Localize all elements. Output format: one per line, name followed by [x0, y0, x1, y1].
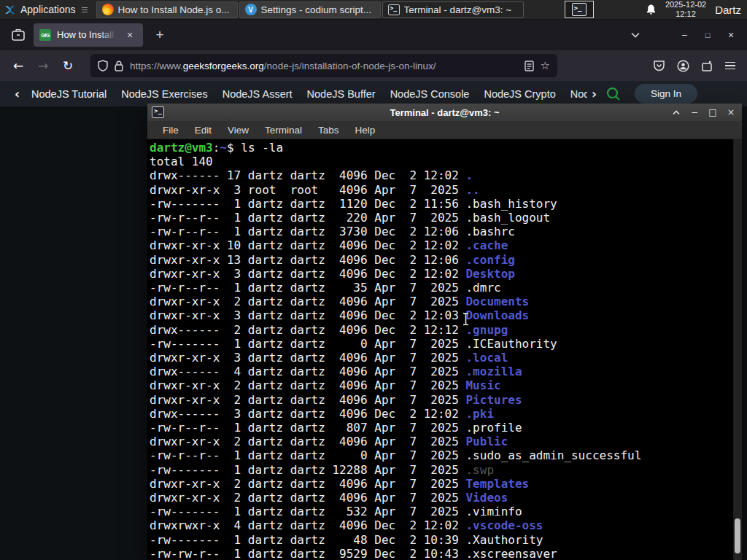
tab-bar: GfG How to Install Node.js on × + − □ × [0, 20, 747, 50]
terminal-close-button[interactable]: × [724, 106, 738, 119]
gfg-nav-link[interactable]: NodeJS DNS [563, 88, 587, 100]
ls-entry: drwxr-xr-x 3 dartz dartz 4096 Dec 2 12:0… [150, 308, 641, 322]
terminal-shade-icon[interactable] [670, 106, 683, 119]
ls-entry: -rw-r--r-- 1 dartz dartz 220 Apr 7 2025 … [150, 211, 641, 225]
ls-entry: -rw------- 1 dartz dartz 532 Apr 7 2025 … [150, 505, 641, 518]
gfg-nav-link[interactable]: NodeJS Assert [215, 88, 300, 100]
tab-close-icon[interactable]: × [123, 28, 137, 42]
taskbar-window-firefox[interactable]: How to Install Node.js o... [96, 1, 238, 18]
tracking-shield-icon[interactable] [98, 60, 108, 71]
total-line: total 140 [150, 155, 641, 168]
extension-icon[interactable] [701, 60, 713, 72]
browser-tab[interactable]: GfG How to Install Node.js on × [34, 23, 143, 47]
browser-maximize-button[interactable]: □ [697, 26, 718, 44]
terminal-app-icon: >_ [152, 106, 164, 118]
toolbar-extensions-area [653, 60, 740, 72]
gfg-nav-links: NodeJS TutorialNodeJS ExercisesNodeJS As… [24, 88, 587, 100]
terminal-body[interactable]: dartz@vm3:~$ ls -latotal 140drwx------ 1… [147, 139, 742, 560]
terminal-title: Terminal - dartz@vm3: ~ [147, 107, 742, 118]
ls-entry: drwxr-xr-x 2 dartz dartz 4096 Apr 7 2025… [150, 435, 641, 448]
taskbar: How to Install Node.js o...VSettings - c… [96, 0, 524, 20]
terminal-titlebar[interactable]: >_ Terminal - dartz@vm3: ~ − □ × [147, 104, 742, 121]
ls-entry: drwx------ 2 dartz dartz 4096 Dec 2 12:1… [150, 323, 641, 337]
terminal-output: dartz@vm3:~$ ls -latotal 140drwx------ 1… [150, 141, 641, 560]
terminal-menubar: FileEditViewTerminalTabsHelp [147, 121, 742, 139]
gfg-nav-link[interactable]: NodeJS Exercises [114, 88, 214, 100]
terminal-menu-terminal[interactable]: Terminal [257, 125, 310, 136]
taskbar-window-label: Terminal - dartz@vm3: ~ [404, 4, 512, 15]
ls-entry: drwxr-xr-x 2 dartz dartz 4096 Apr 7 2025… [150, 378, 641, 392]
clock[interactable]: 2025-12-02 12:12 [665, 0, 706, 18]
url-bar[interactable]: https://www.geeksforgeeks.org/node-js/in… [90, 54, 557, 77]
nav-scroll-left-icon[interactable]: ‹ [10, 87, 24, 101]
ls-entry: drwxr-xr-x 3 root root 4096 Apr 7 2025 .… [150, 183, 641, 197]
terminal-scrollbar[interactable] [733, 139, 742, 560]
account-icon[interactable] [677, 60, 689, 72]
gfg-nav-link[interactable]: NodeJS Crypto [476, 88, 562, 100]
browser-minimize-button[interactable]: − [674, 26, 694, 44]
list-all-tabs-icon[interactable] [626, 26, 645, 44]
gfg-nav-link[interactable]: NodeJS Tutorial [24, 88, 114, 100]
codium-icon: V [245, 4, 257, 15]
applications-menu-button[interactable]: Applications [0, 0, 92, 20]
ls-entry: drwxr-xr-x 2 dartz dartz 4096 Apr 7 2025… [150, 295, 641, 308]
terminal-maximize-button[interactable]: □ [706, 106, 719, 119]
ls-entry: drwxr-xr-x 2 dartz dartz 4096 Apr 7 2025… [150, 491, 641, 505]
url-prefix: https://www. [130, 61, 183, 71]
taskbar-window-label: How to Install Node.js o... [118, 4, 230, 15]
workspace-switcher[interactable]: >_ [565, 1, 594, 18]
new-tab-button[interactable]: + [149, 24, 171, 46]
app-menu-icon[interactable] [725, 62, 735, 70]
ls-entry: -rw-r--r-- 1 dartz dartz 3730 Dec 2 12:0… [150, 225, 641, 238]
taskbar-window-label: Settings - codium script... [261, 4, 372, 15]
taskbar-window-codium[interactable]: VSettings - codium script... [239, 1, 381, 18]
workspace-terminal-icon: >_ [572, 3, 587, 16]
ls-entry: -rw-rw-r-- 1 dartz dartz 9529 Dec 2 10:4… [150, 547, 641, 560]
ls-entry: drwx------ 4 dartz dartz 4096 Apr 7 2025… [150, 365, 641, 378]
lock-icon[interactable] [115, 61, 123, 71]
top-panel: Applications How to Install Node.js o...… [0, 0, 747, 20]
terminal-menu-edit[interactable]: Edit [187, 125, 220, 136]
reader-view-icon[interactable] [525, 61, 534, 71]
gfg-nav-link[interactable]: NodeJS Console [383, 88, 477, 100]
bookmark-star-icon[interactable]: ☆ [541, 59, 550, 72]
back-button[interactable]: ← [7, 55, 29, 77]
terminal-menu-help[interactable]: Help [347, 125, 384, 136]
geeksforgeeks-favicon: GfG [39, 29, 51, 41]
clock-time: 12:12 [665, 9, 706, 19]
taskbar-window-terminal[interactable]: >_Terminal - dartz@vm3: ~ [382, 1, 524, 18]
navigation-toolbar: ← → ↻ https://www.geeksforgeeks.org/node… [0, 50, 747, 81]
nav-scroll-right-icon[interactable]: › [587, 87, 601, 101]
prompt-line: dartz@vm3:~$ ls -la [150, 141, 641, 155]
reload-button[interactable]: ↻ [57, 55, 79, 77]
notification-bell-icon[interactable] [646, 4, 657, 15]
tab-title: How to Install Node.js on [57, 29, 117, 41]
url-text: https://www.geeksforgeeks.org/node-js/in… [130, 61, 518, 71]
terminal-window: >_ Terminal - dartz@vm3: ~ − □ × FileEdi… [147, 104, 742, 560]
browser-close-button[interactable]: × [721, 26, 741, 44]
terminal-menu-file[interactable]: File [155, 125, 187, 136]
ls-entry: drwx------ 3 dartz dartz 4096 Dec 2 12:0… [150, 407, 641, 421]
distro-logo-icon [4, 4, 16, 16]
search-icon[interactable] [605, 86, 622, 102]
terminal-menu-tabs[interactable]: Tabs [310, 125, 347, 136]
desktop: Applications How to Install Node.js o...… [0, 0, 747, 560]
ls-entry: drwxrwxr-x 4 dartz dartz 4096 Dec 2 12:0… [150, 518, 641, 532]
terminal-menu-view[interactable]: View [220, 125, 257, 136]
ls-entry: drwxr-xr-x 3 dartz dartz 4096 Dec 2 12:0… [150, 267, 641, 281]
ls-entry: -rw------- 1 dartz dartz 1120 Dec 2 11:5… [150, 197, 641, 211]
user-menu[interactable]: Dartz [715, 4, 741, 16]
sign-in-button[interactable]: Sign In [635, 84, 697, 104]
terminal-minimize-button[interactable]: − [688, 106, 701, 119]
gfg-nav-link[interactable]: NodeJS Buffer [300, 88, 383, 100]
url-domain: geeksforgeeks.org [183, 61, 264, 71]
pocket-icon[interactable] [653, 60, 665, 72]
mouse-ibeam-cursor [462, 312, 470, 329]
ls-entry: drwxr-xr-x 2 dartz dartz 4096 Apr 7 2025… [150, 477, 641, 491]
terminal-scrollbar-thumb[interactable] [735, 518, 740, 553]
terminal-window-controls: − □ × [670, 106, 738, 119]
forward-button[interactable]: → [32, 55, 54, 77]
menu-lines-icon [82, 7, 88, 12]
firefox-view-icon[interactable] [7, 24, 29, 46]
firefox-icon [102, 4, 114, 15]
